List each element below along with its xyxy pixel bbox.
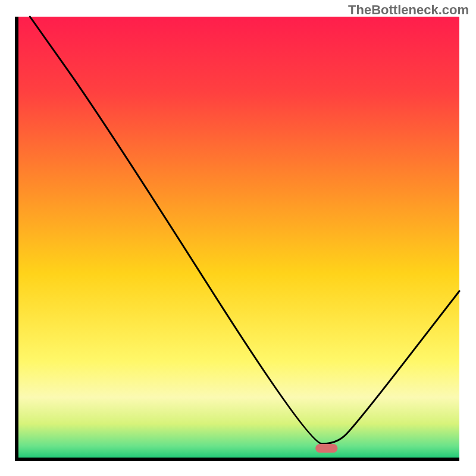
optimal-zone-marker — [315, 444, 337, 453]
bottleneck-chart: TheBottleneck.com — [0, 0, 476, 476]
plot-background — [17, 17, 459, 459]
watermark-text: TheBottleneck.com — [348, 2, 469, 18]
chart-svg — [0, 0, 476, 476]
